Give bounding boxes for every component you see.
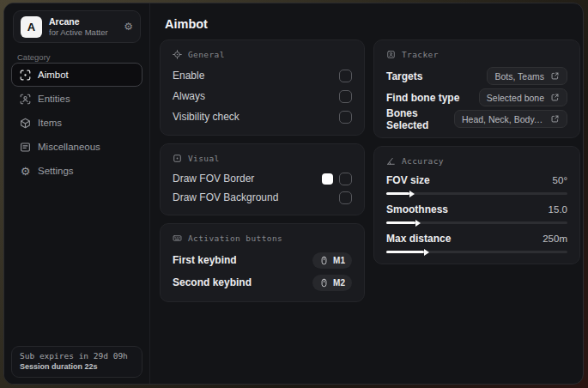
fov-border-checkbox[interactable] bbox=[339, 173, 352, 185]
sidebar-item-aimbot[interactable]: Aimbot bbox=[11, 63, 142, 87]
gear-icon[interactable]: ⚙ bbox=[124, 21, 133, 32]
setting-row-first-keybind: First keybind M1 bbox=[173, 249, 352, 271]
panel-visual-header: Visual bbox=[173, 154, 352, 163]
panel-header-label: General bbox=[188, 50, 225, 59]
slider-fill bbox=[386, 221, 415, 224]
sidebar-nav: Aimbot Entities Items bbox=[11, 63, 142, 183]
setting-value: 50° bbox=[553, 175, 567, 185]
setting-row-find-bone-type: Find bone type Selected bone bbox=[386, 87, 567, 108]
setting-label: Always bbox=[173, 90, 205, 102]
scan-icon bbox=[20, 70, 31, 81]
expand-icon bbox=[550, 114, 560, 124]
setting-row-fov-background: Draw FOV Background bbox=[173, 188, 352, 207]
panel-header-label: Tracker bbox=[402, 50, 439, 59]
setting-label: Max distance bbox=[386, 233, 451, 245]
angle-icon bbox=[386, 156, 396, 166]
setting-label: Enable bbox=[173, 70, 204, 82]
select-value: Selected bone bbox=[487, 93, 544, 103]
panel-header-label: Activation buttons bbox=[188, 233, 282, 243]
brand-title: Arcane bbox=[49, 16, 124, 27]
slider-fill bbox=[386, 192, 409, 195]
setting-label: Second keybind bbox=[173, 276, 252, 288]
tracker-icon bbox=[386, 50, 396, 59]
setting-group-max-distance: Max distance 250m bbox=[386, 230, 567, 253]
color-swatch[interactable] bbox=[322, 173, 333, 185]
sidebar-item-settings[interactable]: ⚙ Settings bbox=[11, 159, 142, 183]
sidebar-item-label: Items bbox=[38, 118, 62, 128]
setting-value: 15.0 bbox=[549, 204, 567, 215]
panel-general: General Enable Always Visibility check bbox=[160, 39, 365, 136]
subscription-card: Sub expires in 29d 09h Session duration … bbox=[11, 346, 142, 378]
list-icon bbox=[20, 142, 31, 153]
sub-expires-text: Sub expires in 29d 09h bbox=[20, 351, 134, 361]
sidebar-item-items[interactable]: Items bbox=[11, 111, 142, 135]
setting-label: FOV size bbox=[386, 174, 430, 186]
frame-icon bbox=[173, 154, 182, 163]
person-scan-icon bbox=[20, 94, 31, 105]
panel-activation-header: Activation buttons bbox=[173, 233, 352, 243]
panel-accuracy: Accuracy FOV size 50° Smoothness 15.0 bbox=[373, 146, 580, 264]
expand-icon bbox=[550, 93, 560, 102]
setting-row-bones-selected: Bones Selected Head, Neck, Body, Pe... bbox=[386, 108, 567, 130]
select-value: Bots, Teams bbox=[494, 71, 544, 82]
sidebar-item-label: Miscellaneous bbox=[38, 142, 100, 152]
brand-card: A Arcane for Active Matter ⚙ bbox=[13, 10, 141, 43]
page-title: Aimbot bbox=[165, 17, 208, 31]
setting-value: 250m bbox=[543, 233, 567, 244]
targets-select[interactable]: Bots, Teams bbox=[487, 67, 567, 85]
panel-activation-buttons: Activation buttons First keybind M1 Seco… bbox=[160, 223, 365, 302]
second-keybind-button[interactable]: M2 bbox=[312, 275, 352, 291]
brand-text: Arcane for Active Matter bbox=[49, 16, 124, 38]
expand-icon bbox=[550, 71, 560, 81]
sidebar-item-miscellaneous[interactable]: Miscellaneous bbox=[11, 135, 142, 159]
setting-label: Bones Selected bbox=[386, 107, 454, 131]
cube-icon bbox=[20, 118, 31, 129]
panel-tracker: Tracker Targets Bots, Teams Find bone ty… bbox=[373, 39, 580, 138]
left-column: General Enable Always Visibility check V bbox=[160, 39, 365, 302]
mouse-icon bbox=[319, 278, 329, 288]
panel-general-header: General bbox=[173, 50, 352, 59]
gear-icon: ⚙ bbox=[20, 166, 31, 177]
sidebar-item-entities[interactable]: Entities bbox=[11, 87, 142, 111]
fov-size-slider[interactable] bbox=[386, 192, 567, 195]
setting-label: Draw FOV Border bbox=[173, 173, 254, 185]
setting-label: Find bone type bbox=[386, 92, 459, 104]
setting-row-enable: Enable bbox=[173, 65, 352, 86]
setting-group-fov-size: FOV size 50° bbox=[386, 172, 567, 195]
category-label: Category bbox=[17, 52, 51, 62]
panel-header-label: Visual bbox=[188, 154, 220, 163]
first-keybind-button[interactable]: M1 bbox=[312, 252, 352, 269]
panel-header-label: Accuracy bbox=[402, 156, 444, 166]
keybind-value: M2 bbox=[333, 278, 345, 288]
brand-logo: A bbox=[21, 16, 42, 38]
bones-selected-select[interactable]: Head, Neck, Body, Pe... bbox=[454, 110, 567, 128]
setting-row-targets: Targets Bots, Teams bbox=[386, 65, 567, 87]
find-bone-type-select[interactable]: Selected bone bbox=[479, 88, 567, 106]
panel-accuracy-header: Accuracy bbox=[386, 156, 567, 166]
fov-background-checkbox[interactable] bbox=[339, 191, 352, 204]
smoothness-slider[interactable] bbox=[386, 221, 567, 224]
brand-subtitle: for Active Matter bbox=[49, 27, 124, 38]
sidebar: A Arcane for Active Matter ⚙ Category Ai… bbox=[4, 3, 150, 384]
setting-label: Smoothness bbox=[386, 203, 448, 215]
app-window: A Arcane for Active Matter ⚙ Category Ai… bbox=[3, 3, 584, 385]
setting-row-fov-border: Draw FOV Border bbox=[173, 169, 352, 188]
keyboard-icon bbox=[173, 233, 182, 243]
setting-row-visibility-check: Visibility check bbox=[173, 106, 352, 127]
sidebar-item-label: Entities bbox=[38, 94, 70, 104]
panel-visual: Visual Draw FOV Border Draw FOV Backgrou… bbox=[160, 143, 365, 215]
enable-checkbox[interactable] bbox=[339, 70, 352, 82]
setting-group-smoothness: Smoothness 15.0 bbox=[386, 201, 567, 224]
always-checkbox[interactable] bbox=[339, 90, 352, 103]
session-duration-text: Session duration 22s bbox=[20, 362, 134, 371]
setting-label: Targets bbox=[386, 70, 422, 82]
setting-row-second-keybind: Second keybind M2 bbox=[173, 271, 352, 294]
slider-fill bbox=[386, 251, 424, 253]
mouse-icon bbox=[319, 256, 329, 265]
max-distance-slider[interactable] bbox=[386, 251, 567, 253]
sidebar-item-label: Aimbot bbox=[38, 70, 69, 80]
setting-row-always: Always bbox=[173, 86, 352, 106]
keybind-value: M1 bbox=[333, 256, 345, 265]
visibility-check-checkbox[interactable] bbox=[339, 111, 352, 124]
crosshair-icon bbox=[173, 50, 182, 59]
